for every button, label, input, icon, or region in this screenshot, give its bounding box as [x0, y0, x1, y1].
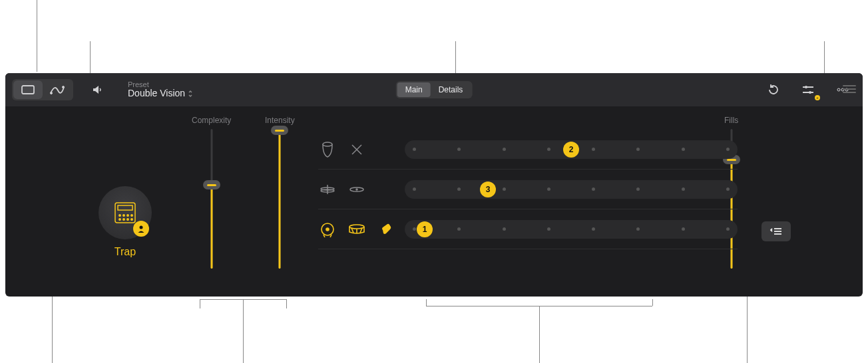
svg-point-13: [123, 215, 124, 216]
drag-handle-icon[interactable]: [843, 85, 856, 93]
pattern-track[interactable]: 2: [405, 140, 738, 159]
pattern-row-hihat: 3: [318, 170, 738, 209]
style-name: Trap: [99, 246, 152, 258]
snare-icon[interactable]: [347, 220, 366, 239]
svg-point-14: [127, 215, 128, 216]
svg-point-7: [837, 88, 840, 91]
svg-rect-0: [22, 86, 34, 94]
callout-line: [747, 286, 748, 363]
svg-point-28: [356, 189, 357, 190]
sticks-icon[interactable]: [347, 140, 366, 159]
updown-chevron-icon: [188, 90, 193, 98]
clap-icon[interactable]: [377, 220, 395, 239]
callout-line: [37, 0, 37, 72]
kick-icon[interactable]: [318, 220, 337, 239]
complexity-slider[interactable]: [208, 129, 215, 269]
tab-details[interactable]: Details: [431, 82, 471, 97]
volume-button[interactable]: [84, 79, 110, 100]
pattern-track[interactable]: 1: [405, 220, 738, 239]
pattern-marker[interactable]: 1: [417, 221, 433, 237]
svg-point-19: [131, 219, 132, 220]
svg-point-1: [51, 92, 53, 94]
cymbal-icon[interactable]: [347, 180, 366, 199]
svg-point-18: [127, 219, 128, 220]
complexity-slider-group: Complexity: [192, 116, 231, 269]
complexity-label: Complexity: [192, 116, 231, 125]
refresh-button[interactable]: [760, 79, 787, 100]
intensity-slider-group: Intensity: [265, 116, 295, 269]
callout-line: [243, 299, 244, 363]
drum-machine-icon: [112, 199, 138, 226]
intensity-slider[interactable]: [276, 129, 283, 269]
view-curve-button[interactable]: [43, 80, 72, 99]
pattern-rows: 2 3: [318, 130, 738, 249]
pattern-marker[interactable]: 2: [563, 142, 579, 158]
pattern-marker[interactable]: 3: [480, 182, 496, 197]
callout-line: [426, 299, 427, 306]
pattern-list-button[interactable]: [761, 221, 791, 241]
drummer-editor-panel: Preset Double Vision Main Details +: [5, 73, 863, 297]
svg-point-16: [119, 219, 120, 220]
settings-sliders-button[interactable]: +: [795, 79, 821, 100]
svg-point-2: [63, 86, 65, 88]
user-badge-icon: [133, 221, 149, 237]
main-area: Trap Complexity Intensity Fills: [5, 106, 863, 297]
svg-point-15: [131, 215, 132, 216]
intensity-label: Intensity: [265, 116, 295, 125]
pattern-track[interactable]: 3: [405, 180, 738, 199]
svg-point-20: [140, 226, 143, 229]
callout-line: [200, 299, 200, 308]
preset-selector[interactable]: Preset Double Vision: [128, 80, 193, 98]
tab-main[interactable]: Main: [397, 82, 431, 97]
style-selector[interactable]: Trap: [99, 186, 152, 258]
hihat-icon[interactable]: [318, 180, 337, 199]
svg-point-12: [119, 215, 120, 216]
pattern-row-kicksnare: 1: [318, 209, 738, 249]
fills-label: Fills: [724, 116, 738, 125]
toolbar-right: +: [760, 79, 856, 100]
main-details-tabs: Main Details: [396, 81, 473, 98]
svg-point-6: [809, 91, 811, 94]
conga-icon[interactable]: [318, 140, 337, 159]
preset-name: Double Vision: [128, 88, 193, 98]
callout-line: [286, 299, 287, 308]
svg-point-17: [123, 219, 124, 220]
callout-line: [539, 306, 540, 363]
svg-rect-11: [118, 205, 132, 210]
callout-line: [652, 299, 653, 306]
preset-name-text: Double Vision: [128, 88, 185, 98]
svg-point-21: [323, 142, 332, 146]
view-mode-segment: [12, 79, 73, 100]
svg-point-30: [326, 228, 329, 231]
svg-point-4: [805, 86, 807, 88]
view-pad-button[interactable]: [13, 80, 43, 99]
style-icon: [99, 186, 152, 239]
toolbar: Preset Double Vision Main Details +: [5, 73, 863, 106]
pattern-row-percussion: 2: [318, 130, 738, 170]
